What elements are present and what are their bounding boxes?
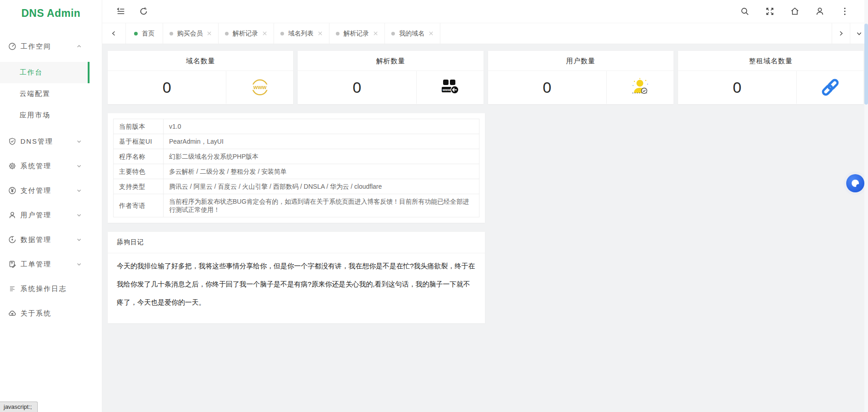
chevron-down-icon <box>76 139 82 144</box>
stats-row: 域名数量 0 www 解析数量 0 www <box>108 51 863 104</box>
tab-my-domains[interactable]: 我的域名 <box>385 23 440 44</box>
sidebar-item-label: DNS管理 <box>20 137 53 146</box>
tab-domain-list[interactable]: 域名列表 <box>274 23 329 44</box>
diary-card: 舔狗日记 今天的我排位输了好多把，我将这些事情分享给你，但是你一个字都没有讲，我… <box>108 232 485 323</box>
user-button[interactable] <box>815 6 825 16</box>
dashboard-icon <box>8 42 16 50</box>
home-button[interactable] <box>790 6 800 16</box>
stat-value: 0 <box>488 71 607 104</box>
chevron-down-icon <box>76 212 82 218</box>
sidebar-item-data-manage[interactable]: 数据管理 <box>0 231 102 249</box>
stat-value: 0 <box>298 71 416 104</box>
info-value: 腾讯云 / 阿里云 / 百度云 / 火山引擎 / 西部数码 / DNSLA / … <box>164 179 479 194</box>
more-menu-button[interactable] <box>840 6 850 16</box>
sidebar-item-label: 系统操作日志 <box>20 285 67 293</box>
sidebar-item-label: 支付管理 <box>20 186 51 195</box>
tab-home[interactable]: 首页 <box>126 23 163 44</box>
ticket-icon <box>8 260 16 268</box>
tab-resolve-records-2[interactable]: 解析记录 <box>329 23 385 44</box>
chevron-down-icon <box>76 188 82 193</box>
gear-icon <box>8 162 16 170</box>
sidebar-item-label: 应用市场 <box>20 111 50 120</box>
sidebar-item-ticket-manage[interactable]: 工单管理 <box>0 255 102 273</box>
stat-card-resolves: 解析数量 0 www <box>298 51 483 104</box>
close-icon[interactable] <box>429 31 434 36</box>
chevron-right-icon <box>838 30 844 36</box>
tab-buy-member[interactable]: 购买会员 <box>163 23 219 44</box>
sidebar-item-payment-manage[interactable]: 支付管理 <box>0 181 102 200</box>
sidebar-item-workspace[interactable]: 工作空间 <box>0 37 102 55</box>
tab-label: 我的域名 <box>399 30 424 38</box>
info-label: 作者寄语 <box>114 194 164 217</box>
tab-resolve-records-1[interactable]: 解析记录 <box>219 23 274 44</box>
stat-title: 解析数量 <box>298 51 483 71</box>
refresh-button[interactable] <box>139 6 149 16</box>
chevron-left-icon <box>111 30 117 36</box>
dns-resolve-icon: www <box>440 78 460 96</box>
sidebar-item-label: 系统管理 <box>20 162 51 171</box>
fullscreen-button[interactable] <box>765 6 775 16</box>
stat-card-users: 用户数量 0 <box>488 51 673 104</box>
collapse-menu-icon <box>116 6 126 16</box>
main-area: 首页 购买会员 解析记录 域名列表 解析记录 <box>102 0 868 412</box>
user-icon <box>8 211 16 219</box>
table-row: 当前版本 v1.0 <box>114 119 479 134</box>
tabs-scroll-right-button[interactable] <box>832 23 850 44</box>
home-icon <box>790 6 800 16</box>
sidebar-item-app-market[interactable]: 应用市场 <box>0 105 102 126</box>
collapse-sidebar-button[interactable] <box>116 6 126 16</box>
link-preview-statusbar: javascript:; <box>0 402 38 412</box>
stat-title: 用户数量 <box>488 51 673 71</box>
close-icon[interactable] <box>207 31 212 36</box>
app-logo: DNS Admin <box>0 0 102 26</box>
log-icon <box>8 285 16 293</box>
tab-status-dot <box>134 32 138 35</box>
chevron-down-icon <box>856 30 862 36</box>
close-icon[interactable] <box>262 31 267 36</box>
table-row: 程序名称 幻影二级域名分发系统PHP版本 <box>114 149 479 164</box>
sidebar-item-about-system[interactable]: 关于系统 <box>0 304 102 322</box>
sidebar-item-cloud-config[interactable]: 云端配置 <box>0 83 102 105</box>
sidebar-item-label: 数据管理 <box>20 236 51 244</box>
sidebar-item-workbench[interactable]: 工作台 <box>0 62 90 83</box>
data-sync-icon <box>8 236 16 244</box>
stat-card-domains: 域名数量 0 www <box>108 51 293 104</box>
info-label: 支持类型 <box>114 179 164 194</box>
table-row: 主要特色 多云解析 / 二级分发 / 整租分发 / 安装简单 <box>114 164 479 179</box>
search-button[interactable] <box>740 6 750 16</box>
search-icon <box>740 6 750 16</box>
diary-content: 今天的我排位输了好多把，我将这些事情分享给你，但是你一个字都没有讲，我在想你是不… <box>108 253 485 323</box>
about-cloud-icon <box>8 309 16 317</box>
chevron-down-icon <box>76 163 82 169</box>
diary-title: 舔狗日记 <box>108 232 485 253</box>
sidebar-item-label: 用户管理 <box>20 211 51 220</box>
tab-status-dot <box>336 32 339 35</box>
sidebar-item-label: 云端配置 <box>20 90 50 98</box>
assistant-icon <box>846 174 864 192</box>
tab-label: 解析记录 <box>233 30 258 38</box>
sidebar-item-operation-log[interactable]: 系统操作日志 <box>0 280 102 298</box>
chevron-up-icon <box>76 44 82 49</box>
close-icon[interactable] <box>318 31 323 36</box>
info-value: 幻影二级域名分发系统PHP版本 <box>164 149 479 164</box>
sidebar-item-label: 工作台 <box>20 68 43 77</box>
topbar <box>102 0 868 23</box>
sidebar-item-label: 工作空间 <box>20 42 51 51</box>
page-scrollbar <box>864 0 868 412</box>
sidebar-item-system-manage[interactable]: 系统管理 <box>0 157 102 175</box>
tabbar: 首页 购买会员 解析记录 域名列表 解析记录 <box>102 23 868 44</box>
app-root: DNS Admin 工作空间 工作台 云端配置 应用市场 DNS管理 系统管理 <box>0 0 868 412</box>
stat-card-rented-domains: 整租域名数量 0 <box>678 51 863 104</box>
sidebar-item-user-manage[interactable]: 用户管理 <box>0 206 102 224</box>
table-row: 作者寄语 当前程序为新发布状态BUG肯定会有的，如遇到请在关于系统页面进入博客反… <box>114 194 479 217</box>
close-icon[interactable] <box>373 31 378 36</box>
stat-title: 整租域名数量 <box>678 51 863 71</box>
scrollbar-thumb[interactable] <box>864 24 868 105</box>
floating-assistant-button[interactable] <box>843 171 867 195</box>
info-value: 多云解析 / 二级分发 / 整租分发 / 安装简单 <box>164 164 479 179</box>
system-info-table: 当前版本 v1.0 基于框架UI PearAdmin，LayUI 程序名称 幻影… <box>113 119 479 217</box>
domain-www-icon: www <box>249 77 270 98</box>
tabs-scroll-left-button[interactable] <box>102 23 126 44</box>
sidebar-item-dns-manage[interactable]: DNS管理 <box>0 132 102 151</box>
content-area: 域名数量 0 www 解析数量 0 www <box>102 44 868 412</box>
